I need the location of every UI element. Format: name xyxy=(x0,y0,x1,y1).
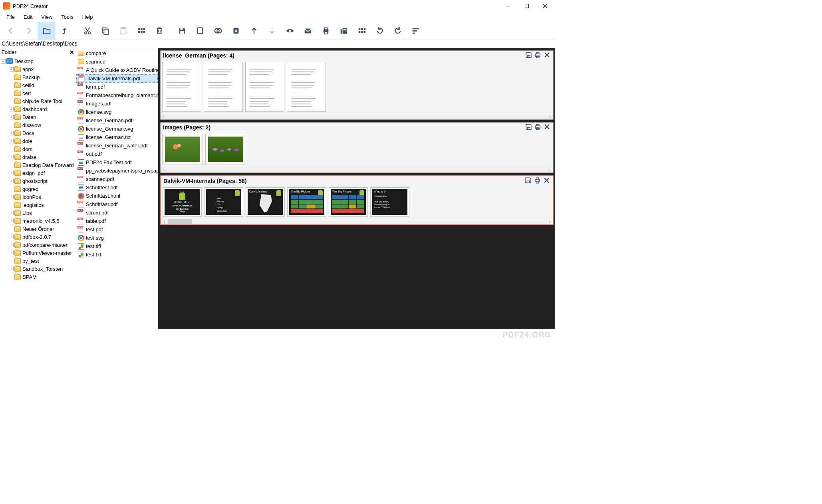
file-item[interactable]: Schrifttest.odt xyxy=(76,183,158,192)
menu-edit[interactable]: Edit xyxy=(20,13,36,21)
tree-item[interactable]: +Docs xyxy=(0,129,76,137)
tree-item[interactable]: py_test xyxy=(0,257,76,265)
menu-help[interactable]: Help xyxy=(78,13,97,21)
print-button[interactable] xyxy=(317,22,335,40)
page-thumbnail[interactable]: • Intro• Memory• CPU• Advice• Conclusion xyxy=(204,187,243,217)
document-panel[interactable]: Images (Pages: 2)‹› xyxy=(160,122,554,173)
file-item[interactable]: Images.pdf xyxy=(76,99,158,108)
tree-item[interactable]: +esign_pdf xyxy=(0,169,76,177)
file-item[interactable]: Schrifttäst.html xyxy=(76,192,158,200)
folder-tree[interactable]: −Desktop+appxBackupcellidcertchip.de Rat… xyxy=(0,56,76,329)
page-thumbnail[interactable] xyxy=(245,62,284,112)
doc-save-icon[interactable] xyxy=(525,123,532,132)
page-thumbnail[interactable]: The Big Picture xyxy=(287,187,326,217)
file-item[interactable]: A Quick Guide to AODV Routing.pdf xyxy=(76,66,158,74)
tree-item[interactable]: +PdfiumViewer-master xyxy=(0,249,76,257)
horizontal-scrollbar[interactable]: ‹› xyxy=(161,218,553,224)
tree-item[interactable]: +Sandbox_Torsten xyxy=(0,265,76,273)
file-item[interactable]: scrum.pdf xyxy=(76,208,158,217)
tree-item[interactable]: +pdfcompare-master xyxy=(0,241,76,249)
scroll-right-icon[interactable]: › xyxy=(546,219,553,224)
close-button[interactable] xyxy=(536,0,554,12)
doc-print-icon[interactable] xyxy=(534,177,541,185)
copy-button[interactable] xyxy=(96,22,114,40)
tree-item[interactable]: SPAM xyxy=(0,273,76,281)
view-mode-button[interactable] xyxy=(132,22,150,40)
page-thumbnail[interactable] xyxy=(162,134,203,165)
scrollbar-thumb[interactable] xyxy=(168,219,192,224)
doc-save-icon[interactable] xyxy=(525,51,532,60)
doc-close-icon[interactable] xyxy=(543,51,551,60)
file-item[interactable]: Dalvik-VM-Internals.pdf xyxy=(76,74,158,83)
file-item[interactable]: Formatbeschreibung_diamant.pdf xyxy=(76,91,158,99)
file-item[interactable]: license_German.pdf xyxy=(76,116,158,125)
file-item[interactable]: license.svg xyxy=(76,108,158,116)
sort-button[interactable] xyxy=(407,22,425,40)
tree-item[interactable]: disavow xyxy=(0,121,76,129)
scroll-right-icon[interactable]: › xyxy=(546,167,553,172)
new-blank-button[interactable] xyxy=(191,22,209,40)
move-up-button[interactable] xyxy=(245,22,263,40)
file-item[interactable]: scanned xyxy=(76,58,158,66)
remove-page-button[interactable] xyxy=(227,22,245,40)
scroll-left-icon[interactable]: ‹ xyxy=(161,167,167,172)
rotate-right-button[interactable] xyxy=(389,22,407,40)
file-item[interactable]: out.pdf xyxy=(76,150,158,158)
tree-item[interactable]: cellid xyxy=(0,81,76,89)
file-item[interactable]: license_German_water.pdf xyxy=(76,141,158,150)
horizontal-scrollbar[interactable]: ‹› xyxy=(161,166,553,173)
preview-button[interactable] xyxy=(281,22,299,40)
tree-item[interactable]: cert xyxy=(0,89,76,97)
tree-item[interactable]: gogreq xyxy=(0,185,76,193)
file-item[interactable]: test.tiff xyxy=(76,242,158,250)
nav-back-button[interactable] xyxy=(2,22,20,40)
tree-item[interactable]: +IconPos xyxy=(0,193,76,201)
file-item[interactable]: Schrifttäst.pdf xyxy=(76,200,158,208)
tree-item[interactable]: +ghostscript xyxy=(0,177,76,185)
maximize-button[interactable] xyxy=(518,0,536,12)
file-item[interactable]: PDF24 Fax Test.odt xyxy=(76,158,158,167)
file-item[interactable]: test.svg xyxy=(76,234,158,242)
tree-item[interactable]: dom xyxy=(0,145,76,153)
doc-close-icon[interactable] xyxy=(543,123,551,132)
email-button[interactable] xyxy=(299,22,317,40)
scroll-right-icon[interactable]: › xyxy=(546,114,553,119)
merge-button[interactable] xyxy=(209,22,227,40)
page-thumbnail[interactable] xyxy=(162,62,201,112)
save-button[interactable] xyxy=(173,22,191,40)
page-thumbnail[interactable] xyxy=(287,62,326,112)
scroll-left-icon[interactable]: ‹ xyxy=(161,219,168,224)
document-panel[interactable]: license_German (Pages: 4)‹› xyxy=(160,50,554,120)
menu-file[interactable]: File xyxy=(2,13,19,21)
tree-item[interactable]: +metronic_v4.5.5 xyxy=(0,217,76,225)
tree-item[interactable]: +pdfbox-2.0.7 xyxy=(0,233,76,241)
nav-forward-button[interactable] xyxy=(20,22,38,40)
file-item[interactable]: table.pdf xyxy=(76,217,158,225)
scroll-left-icon[interactable]: ‹ xyxy=(161,114,167,119)
menu-view[interactable]: View xyxy=(37,13,56,21)
menu-tools[interactable]: Tools xyxy=(57,13,77,21)
page-thumbnail[interactable] xyxy=(205,134,246,165)
tree-item[interactable]: chip.de Rate Tool xyxy=(0,97,76,105)
doc-close-icon[interactable] xyxy=(543,177,550,185)
doc-print-icon[interactable] xyxy=(534,123,542,132)
file-item[interactable]: compare xyxy=(76,49,158,58)
cut-button[interactable] xyxy=(78,22,96,40)
rotate-left-button[interactable] xyxy=(371,22,389,40)
path-bar[interactable]: C:\Users\Stefan\Desktop\Docs xyxy=(0,40,555,48)
file-item[interactable]: license_German.svg xyxy=(76,125,158,133)
tree-item[interactable]: Neuer Ördner xyxy=(0,225,76,233)
doc-print-icon[interactable] xyxy=(534,51,542,60)
grid-view-button[interactable] xyxy=(353,22,371,40)
horizontal-scrollbar[interactable]: ‹› xyxy=(161,113,553,119)
page-thumbnail[interactable]: Dalvik, Iceland xyxy=(246,187,285,217)
tree-item[interactable]: leogistics xyxy=(0,201,76,209)
minimize-button[interactable] xyxy=(499,0,518,12)
document-panel[interactable]: Dalvik-VM-Internals (Pages: 58)ANDROIDDa… xyxy=(160,175,554,225)
file-item[interactable]: test.pdf xyxy=(76,225,158,234)
open-folder-button[interactable] xyxy=(38,22,56,40)
file-item[interactable]: scanned.pdf xyxy=(76,175,158,183)
tree-item[interactable]: +dashboard xyxy=(0,105,76,113)
doc-save-icon[interactable] xyxy=(524,177,532,185)
up-folder-button[interactable] xyxy=(56,22,73,40)
